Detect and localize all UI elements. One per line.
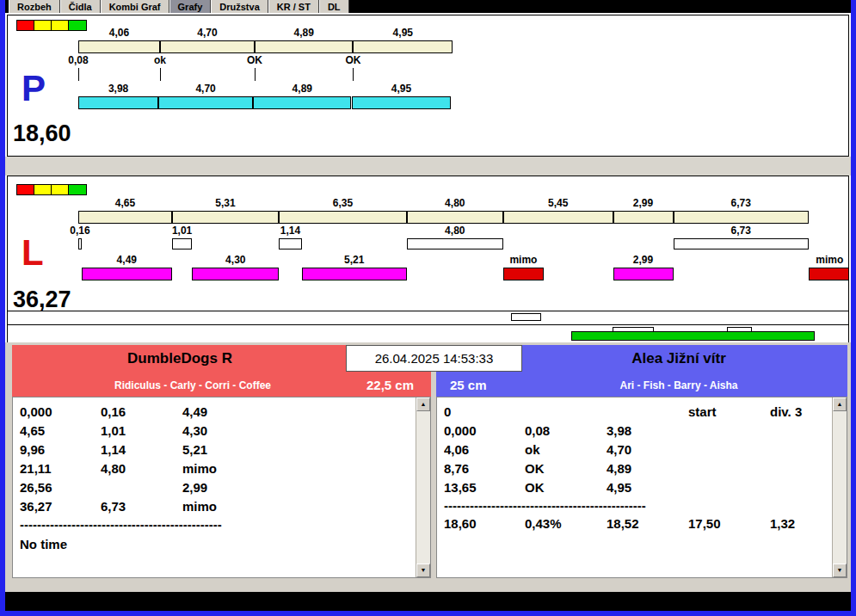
- tab-rozbeh[interactable]: Rozbeh: [9, 0, 60, 13]
- marker-strip-2: [7, 325, 849, 343]
- table-cell: [264, 440, 346, 459]
- table-cell: 4,89: [607, 459, 688, 478]
- tick-mark: [78, 68, 79, 81]
- scroll-up-button[interactable]: ▲: [416, 397, 430, 411]
- tab-kr-st[interactable]: KR / ST: [268, 0, 319, 13]
- bar-segment: [613, 268, 674, 280]
- table-cell: [346, 440, 412, 459]
- yellow-light: [34, 185, 52, 194]
- yellow-light: [34, 21, 52, 30]
- traffic-light: [16, 20, 87, 31]
- value-label: 2,99: [633, 197, 653, 209]
- progress-bar-green: [571, 331, 815, 341]
- bar-segment: [407, 211, 503, 224]
- scrollbar[interactable]: ▲ ▼: [832, 397, 847, 577]
- tab--idla[interactable]: Čidla: [60, 0, 101, 13]
- table-cell: [264, 403, 346, 422]
- table-cell: 36,27: [20, 497, 101, 516]
- table-cell: [607, 403, 688, 422]
- graph-area: 4,064,704,894,950,08okOKOK3,984,704,894,…: [78, 15, 849, 156]
- table-row: 13,65OK4,95: [444, 478, 828, 497]
- table-cell: [688, 440, 770, 459]
- graph-panel-p-lane: P18,604,064,704,894,950,08okOKOK3,984,70…: [7, 15, 849, 157]
- value-label: 4,89: [294, 27, 314, 39]
- bar-segment: [78, 96, 158, 109]
- scroll-up-button[interactable]: ▲: [833, 397, 847, 411]
- red-light: [17, 185, 34, 194]
- value-label: 6,73: [731, 225, 751, 237]
- table-cell: 4,80: [101, 459, 182, 478]
- lane-total-time: 18,60: [13, 122, 71, 145]
- bar-segment: [613, 211, 674, 224]
- table-cell: [264, 459, 346, 478]
- table-cell: [770, 459, 828, 478]
- tick-mark: [160, 68, 161, 81]
- table-cell: 0,43%: [525, 514, 607, 533]
- table-cell: 1,32: [770, 514, 828, 533]
- tab-dl[interactable]: DL: [319, 0, 349, 13]
- red-light: [17, 21, 34, 30]
- tab-grafy[interactable]: Grafy: [169, 0, 212, 13]
- table-row: 4,651,014,30: [20, 422, 412, 440]
- table-cell: start: [688, 403, 770, 422]
- value-label: 5,45: [548, 197, 568, 209]
- scrollbar[interactable]: ▲ ▼: [416, 397, 430, 577]
- scroll-down-button[interactable]: ▼: [833, 564, 847, 577]
- table-cell: [346, 403, 412, 422]
- scroll-down-button[interactable]: ▼: [416, 564, 430, 577]
- table-divider: ----------------------------------------…: [444, 497, 828, 514]
- table-cell: 0,08: [525, 422, 607, 440]
- value-label: 4,49: [117, 254, 137, 266]
- crossing-box: [407, 238, 503, 249]
- bar-segment: [78, 40, 160, 53]
- crossing-box: [78, 238, 82, 249]
- table-cell: [346, 478, 412, 497]
- results-content-left: 0,0000,164,494,651,014,309,961,145,2121,…: [20, 403, 412, 576]
- table-cell: 4,30: [182, 422, 264, 440]
- graph-panel-l-lane: L36,274,655,316,354,805,452,996,730,161,…: [7, 176, 849, 311]
- value-label: 4,30: [225, 254, 245, 266]
- bar-segment: [255, 40, 353, 53]
- graph-area: 4,655,316,354,805,452,996,730,161,011,14…: [78, 176, 849, 311]
- table-cell: 26,56: [20, 478, 101, 497]
- table-cell: [264, 478, 346, 497]
- table-cell: 13,65: [444, 478, 525, 497]
- value-label: 4,80: [445, 197, 465, 209]
- value-label: 1,01: [172, 225, 192, 237]
- team-dogs-right: Ari - Fish - Barry - Aisha: [514, 379, 844, 391]
- table-cell: [688, 459, 770, 478]
- tick-mark: [353, 68, 354, 81]
- table-cell: [346, 422, 412, 440]
- bar-segment: [78, 211, 172, 224]
- value-label: 5,21: [344, 254, 364, 266]
- results-table-right: 0startdiv. 30,0000,083,984,06ok4,708,76O…: [436, 397, 847, 578]
- table-cell: [346, 497, 412, 516]
- table-cell: [101, 478, 182, 497]
- traffic-light: [16, 184, 87, 195]
- table-cell: 17,50: [688, 514, 770, 533]
- table-cell: [525, 403, 607, 422]
- tab-kombi-graf[interactable]: Kombi Graf: [101, 0, 169, 13]
- lane-letter: L: [22, 235, 44, 271]
- bar-segment: [158, 96, 253, 109]
- table-cell: 4,70: [607, 440, 688, 459]
- value-label: ok: [154, 54, 166, 66]
- table-cell: 5,21: [182, 440, 264, 459]
- table-cell: 18,52: [607, 514, 688, 533]
- value-label: 0,08: [68, 54, 88, 66]
- table-row: 36,276,73mimo: [20, 497, 412, 516]
- table-cell: 4,06: [444, 440, 525, 459]
- value-label: 3,98: [108, 83, 128, 95]
- table-cell: [346, 459, 412, 478]
- table-cell: 0,16: [101, 403, 182, 422]
- table-cell: div. 3: [770, 403, 828, 422]
- table-row: 0startdiv. 3: [444, 403, 828, 422]
- bar-segment: [192, 268, 279, 280]
- lane-total-time: 36,27: [13, 288, 71, 311]
- table-cell: 4,95: [607, 478, 688, 497]
- table-cell: 2,99: [182, 478, 264, 497]
- table-row: 18,600,43%18,5217,501,32: [444, 514, 828, 533]
- value-label: 4,80: [445, 225, 465, 237]
- tab-dru-stva[interactable]: Družstva: [211, 0, 268, 13]
- yellow-light: [52, 21, 69, 30]
